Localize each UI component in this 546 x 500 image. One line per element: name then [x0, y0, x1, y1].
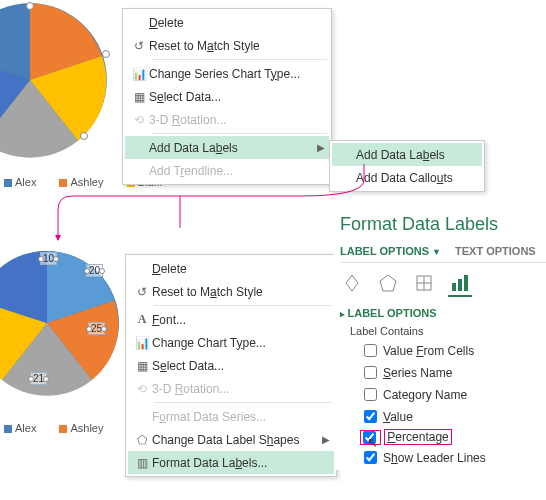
- menu-add-data-labels[interactable]: Add Data Labels▶: [125, 136, 329, 159]
- grid-icon: ▦: [132, 359, 152, 373]
- menu-delete[interactable]: Delete: [125, 11, 329, 34]
- svg-rect-7: [452, 283, 456, 291]
- menu-add-trendline: Add Trendline...: [125, 159, 329, 182]
- chevron-down-icon: ▼: [432, 247, 441, 257]
- grid-icon: ▦: [129, 90, 149, 104]
- check-category-name[interactable]: Category Name: [360, 385, 546, 404]
- svg-rect-8: [458, 279, 462, 291]
- menu-select-data[interactable]: ▦Select Data...: [125, 85, 329, 108]
- submenu-add-data-labels[interactable]: Add Data Labels: [332, 143, 482, 166]
- font-icon: A: [132, 312, 152, 327]
- series-icon[interactable]: [448, 271, 472, 297]
- menu2-reset[interactable]: ↺Reset to Match Style: [128, 280, 334, 303]
- context-menu-2: Delete ↺Reset to Match Style AFont... 📊C…: [125, 254, 337, 477]
- context-menu-1: Delete ↺Reset to Match Style 📊Change Ser…: [122, 8, 332, 185]
- reset-icon: ↺: [129, 39, 149, 53]
- menu2-format-data-labels[interactable]: ▥Format Data Labels...: [128, 451, 334, 474]
- check-leader-lines[interactable]: Show Leader Lines: [360, 448, 546, 467]
- menu2-select-data[interactable]: ▦Select Data...: [128, 354, 334, 377]
- menu2-change-type[interactable]: 📊Change Chart Type...: [128, 331, 334, 354]
- reset-icon: ↺: [132, 285, 152, 299]
- shapes-icon: ⬠: [132, 433, 152, 447]
- submenu-add-labels: Add Data Labels Add Data Callouts: [329, 140, 485, 192]
- svg-rect-9: [464, 275, 468, 291]
- spreadsheet-grid: [336, 0, 546, 130]
- check-value-from-cells[interactable]: Value From Cells: [360, 341, 546, 360]
- chevron-right-icon: ▶: [317, 142, 325, 153]
- data-label[interactable]: 25: [88, 322, 105, 335]
- menu2-3d-rotation: ⟲3-D Rotation...: [128, 377, 334, 400]
- data-label[interactable]: 10: [40, 252, 57, 265]
- chart-icon: 📊: [129, 67, 149, 81]
- menu2-delete[interactable]: Delete: [128, 257, 334, 280]
- check-series-name[interactable]: Series Name: [360, 363, 546, 382]
- legend-item: Alex: [15, 422, 36, 434]
- menu2-font[interactable]: AFont...: [128, 308, 334, 331]
- data-label[interactable]: 21: [30, 372, 47, 385]
- svg-marker-3: [380, 275, 396, 291]
- menu-3d-rotation: ⟲3-D Rotation...: [125, 108, 329, 131]
- section-label-options[interactable]: LABEL OPTIONS: [340, 307, 546, 319]
- menu2-format-series: Format Data Series...: [128, 405, 334, 428]
- submenu-add-callouts[interactable]: Add Data Callouts: [332, 166, 482, 189]
- format-icon: ▥: [132, 456, 152, 470]
- label-contains-header: Label Contains: [350, 325, 546, 337]
- data-label[interactable]: 20: [86, 264, 103, 277]
- panel-title: Format Data Labels: [340, 214, 546, 235]
- check-value[interactable]: Value: [360, 407, 546, 426]
- format-data-labels-panel: Format Data Labels LABEL OPTIONS ▼ TEXT …: [334, 210, 546, 470]
- cursor-icon: ↖: [367, 435, 378, 450]
- rotate-icon: ⟲: [132, 382, 152, 396]
- check-percentage[interactable]: ↖ Percentage: [360, 429, 546, 445]
- effects-icon[interactable]: [376, 271, 400, 295]
- menu-change-type[interactable]: 📊Change Series Chart Type...: [125, 62, 329, 85]
- legend-item: Ashley: [70, 176, 103, 188]
- rotate-icon: ⟲: [129, 113, 149, 127]
- chart-icon: 📊: [132, 336, 152, 350]
- chevron-right-icon: ▶: [322, 434, 330, 445]
- legend-item: Alex: [15, 176, 36, 188]
- fill-icon[interactable]: [340, 271, 364, 295]
- legend-item: Ashley: [70, 422, 103, 434]
- tab-label-options[interactable]: LABEL OPTIONS ▼: [340, 245, 441, 257]
- menu-reset[interactable]: ↺Reset to Match Style: [125, 34, 329, 57]
- pie-chart-1: [0, 0, 110, 160]
- menu2-change-label-shapes[interactable]: ⬠Change Data Label Shapes▶: [128, 428, 334, 451]
- tab-text-options[interactable]: TEXT OPTIONS: [455, 245, 536, 257]
- pie-chart-2: 10 20 25 21 15: [0, 248, 122, 398]
- size-icon[interactable]: [412, 271, 436, 295]
